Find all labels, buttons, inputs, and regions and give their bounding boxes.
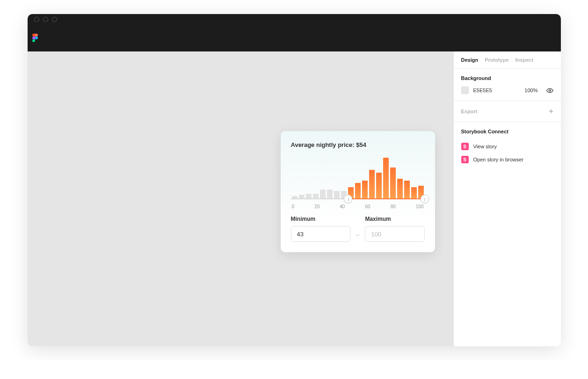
histogram-bar bbox=[320, 190, 326, 199]
axis-tick: 40 bbox=[340, 204, 345, 209]
add-export-icon[interactable]: + bbox=[549, 108, 553, 115]
histogram-bar bbox=[355, 183, 361, 199]
slider-handle-max[interactable]: || bbox=[421, 195, 429, 203]
tab-inspect[interactable]: Inspect bbox=[515, 57, 534, 63]
slider-track[interactable]: || || bbox=[291, 198, 425, 199]
axis-tick: 80 bbox=[391, 204, 396, 209]
storybook-open-in-browser[interactable]: S Open story in browser bbox=[461, 153, 553, 166]
histogram-bar bbox=[390, 168, 396, 199]
histogram-bar bbox=[334, 191, 340, 199]
histogram-bar bbox=[362, 181, 368, 199]
axis-tick: 100 bbox=[416, 204, 424, 209]
axis-tick: 60 bbox=[365, 204, 370, 209]
figma-logo-icon[interactable] bbox=[32, 34, 38, 42]
app-window: Average nightly price: $54 || || 0204060… bbox=[28, 14, 561, 346]
storybook-title: Storybook Connect bbox=[461, 129, 553, 134]
histogram-bar bbox=[369, 170, 375, 199]
visibility-toggle-icon[interactable] bbox=[546, 87, 553, 94]
minimum-input[interactable] bbox=[291, 226, 350, 242]
background-title: Background bbox=[461, 75, 553, 81]
histogram-bar bbox=[404, 181, 410, 199]
histogram-axis: 020406080100 bbox=[291, 199, 425, 216]
price-histogram-card: Average nightly price: $54 || || 0204060… bbox=[281, 131, 435, 252]
window-close-dot[interactable] bbox=[34, 17, 39, 22]
histogram-bar bbox=[411, 187, 417, 199]
svg-point-0 bbox=[549, 89, 551, 91]
maximum-input[interactable] bbox=[365, 226, 424, 242]
main-area: Average nightly price: $54 || || 0204060… bbox=[28, 51, 561, 346]
storybook-icon: S bbox=[461, 143, 469, 150]
background-section: Background E5E5E5 100% bbox=[454, 69, 561, 101]
tab-prototype[interactable]: Prototype bbox=[485, 57, 508, 63]
storybook-icon: S bbox=[461, 156, 469, 163]
background-opacity[interactable]: 100% bbox=[524, 87, 537, 93]
storybook-view-story[interactable]: S View story bbox=[461, 140, 553, 153]
slider-handle-min[interactable]: || bbox=[344, 195, 352, 203]
card-title: Average nightly price: $54 bbox=[291, 141, 425, 148]
range-dash: – bbox=[356, 231, 360, 242]
axis-tick: 0 bbox=[292, 204, 295, 209]
background-swatch[interactable] bbox=[461, 87, 469, 94]
slider-range bbox=[348, 198, 424, 199]
background-hex[interactable]: E5E5E5 bbox=[473, 87, 492, 93]
histogram-bar bbox=[327, 190, 333, 199]
axis-tick: 20 bbox=[314, 204, 319, 209]
export-title: Export bbox=[461, 109, 478, 114]
window-titlebar bbox=[28, 14, 561, 24]
minimum-label: Minimum bbox=[291, 216, 350, 222]
histogram bbox=[291, 157, 425, 199]
maximum-label: Maximum bbox=[365, 216, 424, 222]
canvas[interactable]: Average nightly price: $54 || || 0204060… bbox=[28, 51, 453, 346]
histogram-bar bbox=[383, 158, 389, 199]
right-panel: Design Prototype Inspect Background E5E5… bbox=[453, 51, 561, 346]
histogram-bar bbox=[397, 179, 403, 199]
panel-tabs: Design Prototype Inspect bbox=[454, 51, 561, 69]
storybook-section: Storybook Connect S View story S Open st… bbox=[454, 122, 561, 173]
histogram-bar bbox=[376, 173, 382, 199]
window-zoom-dot[interactable] bbox=[52, 17, 57, 22]
storybook-open-in-browser-label: Open story in browser bbox=[473, 157, 524, 162]
window-minimize-dot[interactable] bbox=[43, 17, 48, 22]
tab-design[interactable]: Design bbox=[461, 57, 479, 63]
app-toolbar bbox=[28, 24, 561, 51]
storybook-view-story-label: View story bbox=[473, 144, 497, 149]
export-section: Export + bbox=[454, 101, 561, 122]
